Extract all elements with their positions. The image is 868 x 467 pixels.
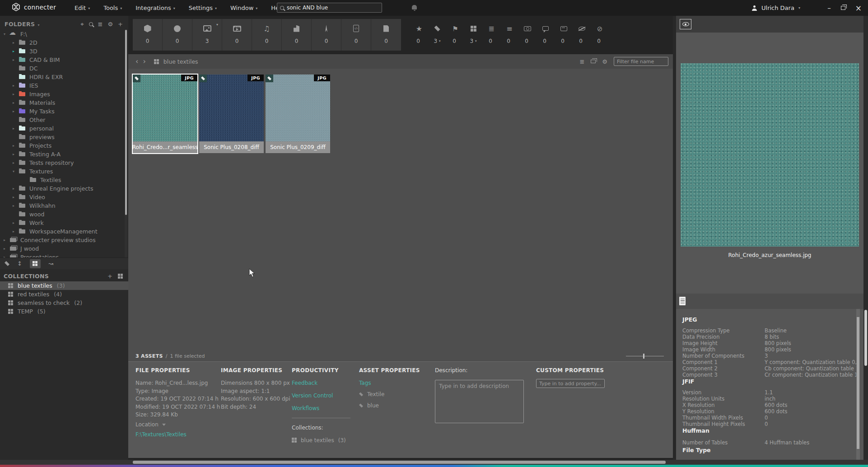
type-filter-button[interactable]: 0 xyxy=(163,19,192,51)
expand-caret-icon[interactable]: ▸ xyxy=(13,187,19,191)
folder-tree-item[interactable]: ▾ F:\ xyxy=(0,30,125,38)
horizontal-scrollbar-thumb[interactable] xyxy=(133,461,666,464)
folder-tree-item[interactable]: HDRI & EXR xyxy=(0,73,125,81)
expand-caret-icon[interactable]: ▸ xyxy=(13,92,19,96)
tags-view-icon[interactable] xyxy=(5,261,9,266)
folder-tree-item[interactable]: ▸ Projects xyxy=(0,141,125,150)
user-menu[interactable]: Ulrich Dara ▾ xyxy=(751,0,800,16)
scrollbar-thumb[interactable] xyxy=(125,30,127,215)
list-view-icon[interactable]: ≣ xyxy=(98,21,103,27)
collection-item[interactable]: blue textiles (3) xyxy=(0,281,128,290)
meta-filter-caret-icon[interactable]: ▾ xyxy=(439,39,441,43)
meta-filter-button[interactable]: 0 xyxy=(482,19,500,51)
restore-button[interactable] xyxy=(841,6,845,10)
layers-icon[interactable] xyxy=(591,60,596,63)
meta-filter-button[interactable]: 3▾ xyxy=(428,19,446,51)
meta-filter-button[interactable]: 0 xyxy=(537,19,555,51)
expand-caret-icon[interactable]: ▸ xyxy=(13,109,19,113)
meta-filter-button[interactable]: 0 xyxy=(410,19,428,51)
add-collection-icon[interactable]: + xyxy=(107,273,112,279)
expand-caret-icon[interactable]: ▸ xyxy=(13,58,19,62)
folder-tree-scrollbar[interactable] xyxy=(125,30,127,257)
expand-caret-icon[interactable]: ▸ xyxy=(13,221,19,225)
type-filter-button[interactable]: 0 xyxy=(312,19,341,51)
minimize-button[interactable]: – xyxy=(827,6,831,10)
folder-tree-item[interactable]: ▸ IES xyxy=(0,81,125,90)
folder-tree-item[interactable]: ▸ Materials xyxy=(0,98,125,107)
menu-item[interactable]: Edit xyxy=(75,5,90,11)
add-folder-icon[interactable]: + xyxy=(118,21,123,27)
meta-filter-button[interactable]: 0 xyxy=(573,19,591,51)
folder-tree-item[interactable]: ▸ J wood xyxy=(0,244,125,253)
workflows-view-icon[interactable]: ↝ xyxy=(48,261,53,266)
panel-scrollbar[interactable] xyxy=(863,16,868,465)
meta-filter-button[interactable]: 0 xyxy=(446,19,464,51)
breadcrumb-collection-name[interactable]: blue textiles xyxy=(163,58,198,65)
folder-tree-item[interactable]: ▸ WorkspaceManagement xyxy=(0,227,125,236)
thumbnail-size-slider[interactable] xyxy=(626,353,664,359)
meta-filter-button[interactable]: 0 xyxy=(500,19,518,51)
expand-caret-icon[interactable]: ▸ xyxy=(13,161,19,165)
folder-tree-item[interactable]: Other xyxy=(0,116,125,124)
type-filter-button[interactable]: 0 xyxy=(133,19,163,51)
expand-caret-icon[interactable]: ▸ xyxy=(13,144,19,148)
add-property-input[interactable] xyxy=(536,379,605,388)
asset-thumbnail[interactable]: JPG xyxy=(133,75,197,141)
meta-filter-button[interactable]: 0 xyxy=(591,19,609,51)
type-filter-button[interactable]: 0 xyxy=(222,19,252,51)
search-folders-icon[interactable] xyxy=(89,22,93,26)
expand-caret-icon[interactable]: ▸ xyxy=(13,101,19,105)
folder-tree-item[interactable]: wood xyxy=(0,210,125,219)
folder-tree-item[interactable]: ▸ 3D xyxy=(0,47,125,56)
type-filter-button[interactable]: 0 xyxy=(371,19,401,51)
folders-title[interactable]: FOLDERS xyxy=(5,21,40,28)
folder-tree-item[interactable]: ▾ Textures xyxy=(0,167,125,176)
folder-tree-item[interactable]: previews xyxy=(0,133,125,141)
asset-tile[interactable]: JPG Rohi_Credo...r_seamless xyxy=(133,75,197,153)
expand-caret-icon[interactable]: ▾ xyxy=(13,169,19,173)
type-filter-button[interactable]: 0 xyxy=(341,19,371,51)
collections-view-selected[interactable] xyxy=(30,259,41,268)
preview-tab[interactable] xyxy=(680,19,691,29)
expand-caret-icon[interactable]: ▸ xyxy=(4,247,10,251)
type-filter-button[interactable]: 0 xyxy=(282,19,312,51)
asset-grid[interactable]: JPG Rohi_Credo...r_seamless JPG Sonic Pl… xyxy=(128,69,673,350)
productivity-link[interactable]: Version Control xyxy=(292,392,350,399)
tag-item[interactable]: Textile xyxy=(359,391,427,397)
menu-item[interactable]: Window xyxy=(230,5,257,11)
menu-item[interactable]: Settings xyxy=(189,5,217,11)
expand-caret-icon[interactable]: ▸ xyxy=(13,195,19,199)
location-dropdown[interactable]: Location xyxy=(135,421,219,429)
asset-thumbnail[interactable]: JPG xyxy=(199,75,264,141)
folder-tree-item[interactable]: ▸ CAD & BIM xyxy=(0,56,125,64)
folders-settings-icon[interactable]: ⚙ xyxy=(107,21,113,27)
view-settings-icon[interactable]: ⚙ xyxy=(602,58,607,65)
meta-filter-button[interactable]: 0 xyxy=(555,19,573,51)
slider-handle[interactable] xyxy=(643,354,644,359)
folder-tree-item[interactable]: ▸ Tests repository xyxy=(0,159,125,167)
productivity-link[interactable]: Feedback xyxy=(292,380,350,386)
folder-tree-item[interactable]: ▸ Images xyxy=(0,90,125,98)
folder-tree-item[interactable]: ▸ personal xyxy=(0,124,125,133)
folder-tree-item[interactable]: ▸ Video xyxy=(0,193,125,201)
asset-tile[interactable]: JPG Sonic Plus_0209_diff xyxy=(266,75,330,153)
menu-item[interactable]: Integrations xyxy=(135,5,175,11)
sort-icon[interactable]: ↕ xyxy=(17,261,22,266)
global-search[interactable] xyxy=(277,3,382,13)
meta-filter-button[interactable]: 3▾ xyxy=(464,19,482,51)
expand-caret-icon[interactable]: ▸ xyxy=(13,84,19,88)
expand-caret-icon[interactable]: ▸ xyxy=(13,229,19,234)
expand-caret-icon[interactable]: ▸ xyxy=(13,152,19,156)
asset-thumbnail[interactable]: JPG xyxy=(266,75,330,141)
folder-tree-item[interactable]: ▸ Unreal Engine projects xyxy=(0,184,125,193)
texture-preview-image[interactable] xyxy=(681,63,859,247)
back-arrow-icon[interactable]: ‹ xyxy=(135,58,138,65)
expand-caret-icon[interactable]: ▸ xyxy=(13,49,19,53)
collection-item[interactable]: seamless to check (2) xyxy=(0,299,128,307)
folder-tree-item[interactable]: ▸ Presentations xyxy=(0,253,125,257)
metadata-document-icon[interactable] xyxy=(679,297,686,305)
folder-tree-item[interactable]: ▸ Connecter preview studios xyxy=(0,236,125,244)
productivity-link[interactable]: Workflows xyxy=(292,405,350,411)
folder-tree-item[interactable]: Textiles xyxy=(0,176,125,184)
sort-options-icon[interactable]: ≣ xyxy=(579,58,584,65)
